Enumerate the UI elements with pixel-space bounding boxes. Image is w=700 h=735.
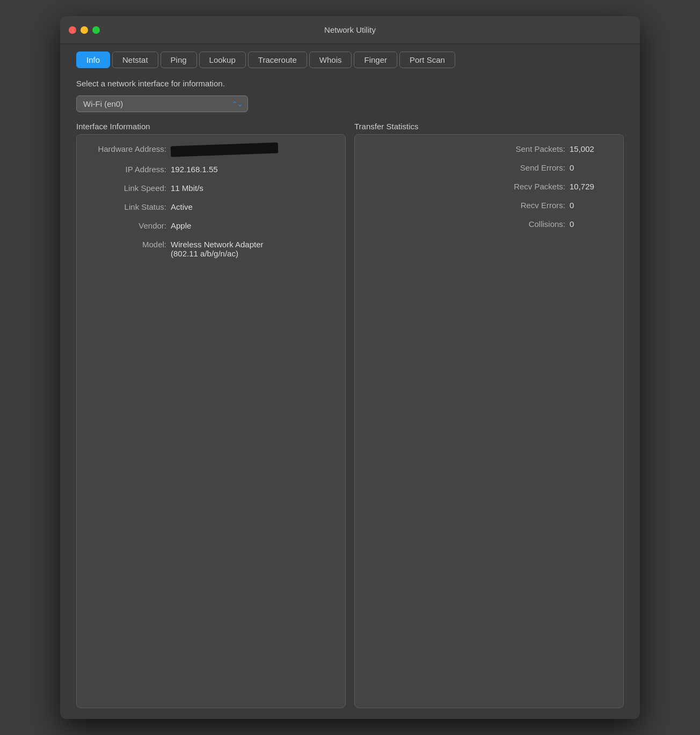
tab-netstat[interactable]: Netstat [112,52,158,68]
collisions-value: 0 [570,219,612,229]
hw-address-value [171,144,334,155]
link-speed-value: 11 Mbit/s [171,183,334,193]
maximize-button[interactable] [92,26,100,34]
tab-ping[interactable]: Ping [161,52,197,68]
interface-info-box: Hardware Address: IP Address: 192.168.1.… [76,134,346,708]
interface-select-row: Wi-Fi (en0) Ethernet (en1) Loopback (lo0… [76,95,624,112]
hw-redacted-bar [171,143,279,157]
minimize-button[interactable] [81,26,88,34]
main-window: Network Utility Info Netstat Ping Lookup… [60,16,640,719]
panels-row: Interface Information Hardware Address: … [76,122,624,708]
tab-bar: Info Netstat Ping Lookup Traceroute Whoi… [60,44,640,74]
content-area: Select a network interface for informati… [60,74,640,719]
model-label: Model: [88,240,171,249]
send-errors-row: Send Errors: 0 [366,163,612,172]
vendor-row: Vendor: Apple [88,221,334,230]
link-status-value: Active [171,202,334,211]
collisions-label: Collisions: [489,219,570,229]
sent-packets-row: Sent Packets: 15,002 [366,144,612,153]
subtitle-text: Select a network interface for informati… [76,79,624,88]
tab-traceroute[interactable]: Traceroute [248,52,307,68]
ip-address-value: 192.168.1.55 [171,165,334,174]
link-speed-label: Link Speed: [88,183,171,193]
recv-errors-row: Recv Errors: 0 [366,201,612,210]
model-row: Model: Wireless Network Adapter(802.11 a… [88,240,334,258]
interface-info-panel: Interface Information Hardware Address: … [76,122,346,708]
ip-address-label: IP Address: [88,165,171,174]
link-status-row: Link Status: Active [88,202,334,211]
transfer-stats-box: Sent Packets: 15,002 Send Errors: 0 Recv… [354,134,624,708]
transfer-stats-title: Transfer Statistics [354,122,624,131]
window-controls [69,26,100,34]
send-errors-value: 0 [570,163,612,172]
ip-address-row: IP Address: 192.168.1.55 [88,165,334,174]
sent-packets-label: Sent Packets: [489,144,570,153]
tab-finger[interactable]: Finger [354,52,397,68]
recv-packets-value: 10,729 [570,182,612,191]
link-status-label: Link Status: [88,202,171,211]
transfer-stats-panel: Transfer Statistics Sent Packets: 15,002… [354,122,624,708]
collisions-row: Collisions: 0 [366,219,612,229]
interface-select-wrapper: Wi-Fi (en0) Ethernet (en1) Loopback (lo0… [76,95,248,112]
hw-address-row: Hardware Address: [88,144,334,155]
tab-info[interactable]: Info [76,52,110,68]
recv-packets-label: Recv Packets: [489,182,570,191]
model-value: Wireless Network Adapter(802.11 a/b/g/n/… [171,240,334,258]
interface-select[interactable]: Wi-Fi (en0) Ethernet (en1) Loopback (lo0… [76,95,248,112]
close-button[interactable] [69,26,76,34]
link-speed-row: Link Speed: 11 Mbit/s [88,183,334,193]
recv-packets-row: Recv Packets: 10,729 [366,182,612,191]
tab-lookup[interactable]: Lookup [199,52,246,68]
tab-portscan[interactable]: Port Scan [399,52,455,68]
vendor-label: Vendor: [88,221,171,230]
recv-errors-value: 0 [570,201,612,210]
send-errors-label: Send Errors: [489,163,570,172]
vendor-value: Apple [171,221,334,230]
tab-whois[interactable]: Whois [309,52,352,68]
titlebar: Network Utility [60,16,640,44]
hw-address-label: Hardware Address: [88,144,171,153]
sent-packets-value: 15,002 [570,144,612,153]
recv-errors-label: Recv Errors: [489,201,570,210]
interface-info-title: Interface Information [76,122,346,131]
window-title: Network Utility [324,25,376,34]
